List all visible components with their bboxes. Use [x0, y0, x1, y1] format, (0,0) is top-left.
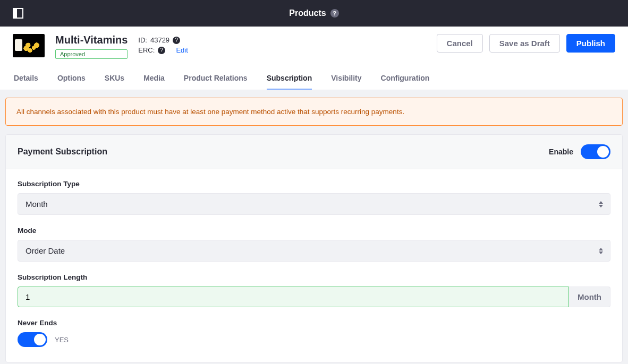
never-ends-toggle[interactable] [18, 332, 47, 347]
tab-configuration[interactable]: Configuration [381, 68, 430, 90]
product-title-block: Multi-Vitamins Approved [55, 34, 128, 59]
id-value: 43729 [150, 36, 169, 44]
card-title: Payment Subscription [18, 147, 107, 157]
subscription-type-group: Subscription Type Month [18, 180, 610, 215]
mode-group: Mode Order Date [18, 227, 610, 262]
status-badge: Approved [55, 49, 128, 59]
header-buttons: Cancel Save as Draft Publish [437, 34, 615, 53]
product-header-row: Multi-Vitamins Approved ID: 43729 ? ERC:… [13, 34, 615, 59]
tab-options[interactable]: Options [57, 68, 86, 90]
enable-label: Enable [549, 148, 573, 156]
info-icon[interactable]: ? [158, 47, 165, 54]
product-erc-row: ERC: ? Edit [138, 46, 188, 54]
id-label: ID: [138, 36, 147, 44]
card-header: Payment Subscription Enable [6, 135, 622, 169]
tab-skus[interactable]: SKUs [105, 68, 124, 90]
content: All channels associated with this produc… [0, 90, 628, 364]
never-ends-label: Never Ends [18, 319, 610, 327]
subscription-length-label: Subscription Length [18, 273, 610, 281]
product-image [13, 34, 45, 57]
subscription-length-input-group: Month [18, 287, 610, 307]
tab-product-relations[interactable]: Product Relations [184, 68, 248, 90]
warning-alert: All channels associated with this produc… [5, 98, 623, 126]
tab-media[interactable]: Media [143, 68, 165, 90]
never-ends-group: Never Ends YES [18, 319, 610, 347]
subscription-length-unit: Month [569, 287, 610, 307]
product-name: Multi-Vitamins [55, 34, 128, 46]
publish-button[interactable]: Publish [566, 34, 615, 53]
never-ends-row: YES [18, 332, 610, 347]
enable-toggle[interactable] [581, 144, 610, 159]
card-header-right: Enable [549, 144, 610, 159]
topbar: Products ? [0, 0, 628, 27]
subscription-type-value: Month [18, 193, 610, 215]
cancel-button[interactable]: Cancel [437, 34, 483, 53]
card-body: Subscription Type Month Mode Order Date [6, 169, 622, 362]
erc-label: ERC: [138, 46, 155, 54]
product-meta: ID: 43729 ? ERC: ? Edit [138, 34, 188, 54]
never-ends-value: YES [55, 336, 69, 344]
info-icon[interactable]: ? [173, 37, 180, 44]
mode-select[interactable]: Order Date [18, 240, 610, 262]
payment-subscription-card: Payment Subscription Enable Subscription… [5, 134, 623, 362]
edit-link[interactable]: Edit [176, 46, 188, 54]
product-id-row: ID: 43729 ? [138, 36, 188, 44]
subscription-type-label: Subscription Type [18, 180, 610, 188]
help-icon[interactable]: ? [330, 9, 339, 18]
tabbar: Details Options SKUs Media Product Relat… [13, 68, 615, 90]
tab-details[interactable]: Details [14, 68, 38, 90]
tab-visibility[interactable]: Visibility [331, 68, 361, 90]
page-title-text: Products [289, 8, 326, 18]
tab-subscription[interactable]: Subscription [267, 68, 312, 90]
page-title: Products ? [289, 8, 338, 18]
save-draft-button[interactable]: Save as Draft [489, 34, 560, 53]
mode-label: Mode [18, 227, 610, 235]
nav-toggle-icon[interactable] [13, 8, 23, 19]
mode-value: Order Date [18, 240, 610, 262]
subscription-type-select[interactable]: Month [18, 193, 610, 215]
subscription-length-input[interactable] [18, 287, 569, 307]
subscription-length-group: Subscription Length Month [18, 273, 610, 307]
product-header: Multi-Vitamins Approved ID: 43729 ? ERC:… [0, 27, 628, 90]
